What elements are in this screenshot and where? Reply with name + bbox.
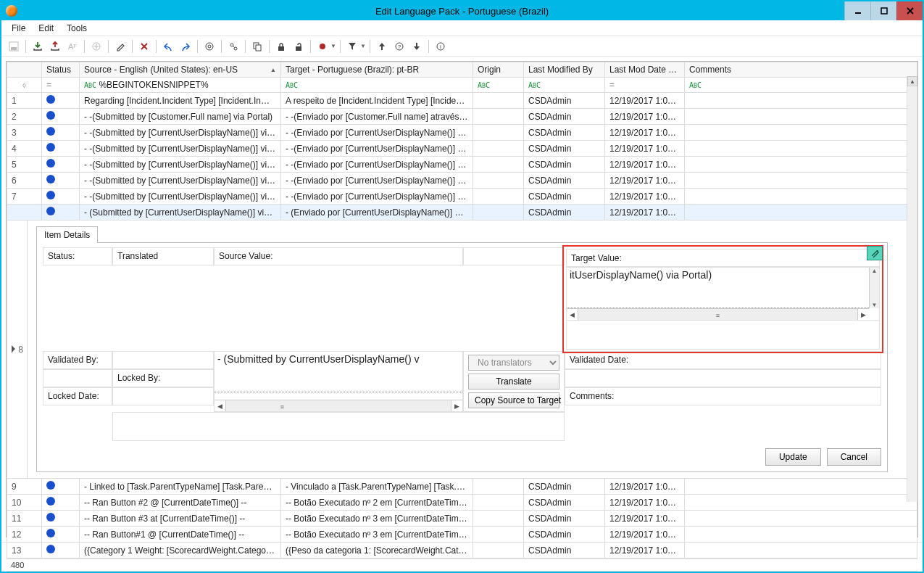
table-row[interactable]: 4- -(Submitted by [CurrentUserDisplayNam… [7,141,917,157]
copy-source-button[interactable]: Copy Source to Target [468,392,559,408]
svg-rect-17 [256,45,261,51]
redo-icon[interactable] [178,38,193,54]
hscroll-left-icon[interactable]: ◀ [567,309,578,320]
separator [340,40,341,53]
table-row[interactable]: 2- -(Submitted by [Customer.Full name] v… [7,109,917,125]
translate-button[interactable]: Translate [468,374,559,389]
value-status: Translated [112,247,214,265]
label-validated-by: Validated By: [43,351,112,369]
col-modby[interactable]: Last Modified By [524,62,605,78]
delete-icon[interactable] [136,38,152,54]
filter-comments[interactable]: ABC [685,78,917,93]
lock-icon[interactable] [273,38,289,54]
table-row[interactable]: 3- -(Submitted by [CurrentUserDisplayNam… [7,125,917,141]
table-row[interactable]: 6- -(Submitted by [CurrentUserDisplayNam… [7,173,917,189]
save-icon[interactable] [6,38,22,54]
tab-item-details[interactable]: Item Details [36,226,98,243]
status-dot-icon [46,497,55,506]
titlebar: Edit Language Pack - Portuguese (Brazil) [1,1,923,20]
col-status[interactable]: Status [42,62,80,78]
grid-vscroll[interactable]: ▲ [907,76,917,502]
info-icon[interactable]: i [433,38,449,54]
label-target-value: Target Value: [571,253,622,263]
table-row[interactable]: 7- -(Submitted by [CurrentUserDisplayNam… [7,189,917,205]
app-window: Edit Language Pack - Portuguese (Brazil)… [0,0,924,573]
col-target[interactable]: Target - Portuguese (Brazil): pt-BR [281,62,473,78]
filter-icon[interactable] [344,38,360,54]
down-icon[interactable] [409,38,425,54]
menu-edit[interactable]: Edit [33,22,59,35]
export-icon[interactable] [47,38,63,54]
target-vscroll[interactable]: ▲▼ [869,268,879,308]
hscroll-right-icon[interactable]: ▶ [857,309,869,320]
unlock-icon[interactable] [291,38,307,54]
svg-point-13 [230,44,233,46]
filter-source[interactable]: ABC %BEGINTOKENSNIPPET% [80,78,281,93]
table-row[interactable]: 12-- Ran Button#1 @ [CurrentDateTime()] … [7,527,917,543]
separator [428,40,429,53]
table-row[interactable]: 9- Linked to [Task.ParentTypeName] [Task… [7,479,917,495]
translate-controls: No translators Translate Copy Source to … [463,351,565,412]
table-row-selected[interactable]: - (Submitted by [CurrentUserDisplayName(… [7,205,917,220]
source-text: - (Submitted by CurrentUserDisplayName()… [215,352,462,392]
comments-input[interactable] [112,412,565,441]
col-source[interactable]: Source - English (United States): en-US▲ [80,62,281,78]
filter-handle[interactable]: ◊ [7,78,42,93]
tab-strip: Item Details [36,226,888,243]
translation-grid[interactable]: Status Source - English (United States):… [7,62,917,558]
table-row[interactable]: 11-- Ran Button #3 at [CurrentDateTime()… [7,511,917,527]
wand-icon [870,249,879,257]
record-dropdown[interactable]: ▼ [330,43,335,49]
undo-icon[interactable] [160,38,176,54]
font-icon[interactable]: AF [64,38,80,54]
grid-container: Status Source - English (United States):… [6,61,918,537]
record-icon[interactable] [315,38,330,54]
edit-icon[interactable] [112,38,128,54]
find-icon[interactable] [225,38,241,54]
filter-moddt[interactable]: = [605,78,685,93]
filter-status[interactable]: = [42,78,80,93]
update-button[interactable]: Update [765,448,821,466]
menu-file[interactable]: File [6,22,31,35]
filter-origin[interactable]: ABC [473,78,524,93]
value-locked-date [112,387,214,405]
label-source-value: Source Value: [214,247,463,265]
target-icon[interactable] [201,38,217,54]
svg-rect-19 [296,46,301,51]
status-dot-icon [46,207,55,215]
table-row[interactable]: 10-- Ran Button #2 @ [CurrentDateTime()]… [7,495,917,511]
menu-tools[interactable]: Tools [61,22,93,35]
row-count: 480 [7,558,917,571]
table-row[interactable]: 13({Category 1 Weight: [ScorecardWeight.… [7,543,917,558]
col-origin[interactable]: Origin [473,62,524,78]
scroll-up-icon[interactable]: ▲ [907,76,917,86]
separator [25,40,26,53]
target-text[interactable]: itUserDisplayName() via Portal) [567,268,869,308]
col-comments[interactable]: Comments [685,62,917,78]
col-moddt[interactable]: Last Mod Date Time [605,62,685,78]
value-validated-by [112,351,214,369]
copy-icon[interactable] [249,38,265,54]
add-icon[interactable] [88,38,104,54]
separator [370,40,370,53]
filter-modby[interactable]: ABC [524,78,605,93]
separator [310,40,311,53]
hscroll-left-icon[interactable]: ◀ [215,400,226,411]
import-icon[interactable] [30,38,46,54]
table-row[interactable]: 1Regarding [Incident.Incident Type] [Inc… [7,93,917,109]
status-dot-icon [46,95,55,104]
wand-button[interactable] [867,246,883,260]
col-rownum[interactable] [7,62,42,78]
table-row[interactable]: 5- -(Submitted by [CurrentUserDisplayNam… [7,157,917,173]
label-comments: Comments: [565,387,881,405]
filter-target[interactable]: ABC [281,78,473,93]
value-validated-date [43,369,112,387]
cancel-button[interactable]: Cancel [827,448,881,466]
menubar: File Edit Tools [1,20,923,36]
row-indicator: 8 [7,220,28,478]
hscroll-right-icon[interactable]: ▶ [451,400,462,411]
up-icon[interactable] [374,38,390,54]
help-icon[interactable]: ? [391,38,407,54]
translator-select[interactable]: No translators [468,355,559,371]
filter-dropdown[interactable]: ▼ [360,43,365,49]
